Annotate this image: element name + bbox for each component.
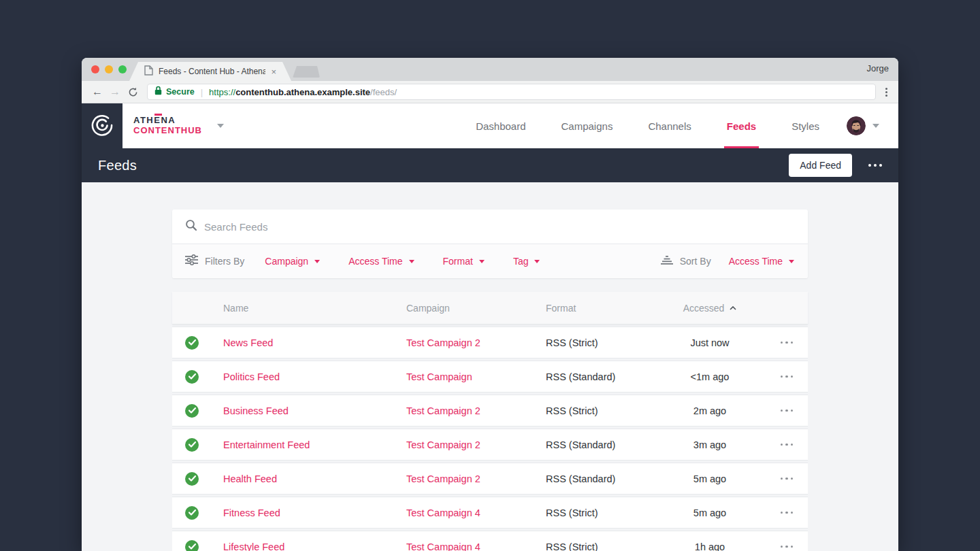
feed-name-link[interactable]: Fitness Feed [223,507,280,518]
chevron-up-icon [730,306,736,310]
status-active-check-icon [185,404,199,418]
status-active-check-icon [185,438,199,452]
feed-format: RSS (Standard) [546,371,672,382]
address-bar[interactable]: Secure | https://contenthub.athena.examp… [147,84,876,100]
row-actions-icon[interactable] [781,546,794,548]
row-actions-icon[interactable] [781,341,794,344]
row-actions-icon[interactable] [781,478,794,480]
nav-item-feeds[interactable]: Feeds [724,103,759,148]
avatar[interactable] [847,116,866,135]
column-header-format[interactable]: Format [546,303,672,314]
chevron-down-icon [479,260,485,263]
campaign-link[interactable]: Test Campaign 4 [406,507,480,518]
table-row: Health Feed Test Campaign 2 RSS (Standar… [172,463,808,495]
forward-icon: → [106,86,124,98]
row-actions-icon[interactable] [781,444,794,446]
browser-tab[interactable]: Feeds - Content Hub - Athena × [129,62,291,81]
back-icon[interactable]: ← [88,86,106,98]
spiral-c-icon [88,112,116,139]
filter-dropdown-campaign[interactable]: Campaign [265,256,320,267]
column-header-accessed[interactable]: Accessed [672,303,747,314]
filter-dropdown-access-time[interactable]: Access Time [348,256,414,267]
table-row: Business Feed Test Campaign 2 RSS (Stric… [172,395,808,427]
url-separator: | [201,87,203,97]
zoom-window-button[interactable] [118,65,127,73]
page-more-actions-icon[interactable] [868,164,882,167]
search-icon [185,219,197,234]
status-active-check-icon [185,506,199,520]
browser-menu-icon[interactable] [881,88,892,97]
search-filter-card: Filters By Campaign Access Time Format T… [172,210,808,278]
new-tab-button[interactable] [293,66,320,78]
feed-accessed-time: 2m ago [672,405,747,416]
feed-name-link[interactable]: Health Feed [223,473,277,484]
filter-row: Filters By Campaign Access Time Format T… [172,244,808,278]
campaign-link[interactable]: Test Campaign [406,371,472,382]
url-path: /feeds/ [370,87,397,97]
feed-accessed-time: <1m ago [672,371,747,382]
lock-icon [154,86,162,98]
sort-dropdown[interactable]: Access Time [729,256,794,267]
row-actions-icon[interactable] [781,512,794,514]
tab-close-icon[interactable]: × [271,67,276,77]
user-menu[interactable] [847,103,879,148]
campaign-link[interactable]: Test Campaign 2 [406,439,480,450]
browser-tab-strip: Feeds - Content Hub - Athena × Jorge [82,58,898,81]
table-row: Entertainment Feed Test Campaign 2 RSS (… [172,429,808,461]
page-favicon-icon [144,65,153,78]
filter-dropdown-tag[interactable]: Tag [513,256,540,267]
brand-wordmark[interactable]: ATHENA CONTENTHUB [133,116,202,136]
table-row: Lifestyle Feed Test Campaign 4 RSS (Stri… [172,531,808,551]
primary-nav: Dashboard Campaigns Channels Feeds Style… [473,103,822,148]
feed-format: RSS (Standard) [546,473,672,484]
nav-item-styles[interactable]: Styles [789,103,822,148]
nav-item-dashboard[interactable]: Dashboard [473,103,528,148]
feed-name-link[interactable]: News Feed [223,337,273,348]
column-header-name[interactable]: Name [223,303,406,314]
page-header: Feeds Add Feed [82,148,898,182]
search-input[interactable] [204,221,808,233]
filter-dropdown-format[interactable]: Format [443,256,485,267]
url-scheme: https:// [209,87,235,97]
campaign-link[interactable]: Test Campaign 2 [406,337,480,348]
table-row: Politics Feed Test Campaign RSS (Standar… [172,361,808,393]
nav-item-channels[interactable]: Channels [645,103,693,148]
browser-window: Feeds - Content Hub - Athena × Jorge ← →… [82,58,898,551]
user-menu-caret-icon[interactable] [872,124,879,128]
brand-logo[interactable] [82,103,122,148]
brand-line-athena: ATHENA [133,116,202,126]
feed-name-link[interactable]: Entertainment Feed [223,439,310,450]
feed-format: RSS (Strict) [546,337,672,348]
add-feed-button[interactable]: Add Feed [789,154,852,177]
search-row [172,210,808,244]
minimize-window-button[interactable] [105,65,113,73]
sort-by-label: Sort By [680,256,711,267]
feed-accessed-time: Just now [672,337,747,348]
nav-item-campaigns[interactable]: Campaigns [559,103,616,148]
close-window-button[interactable] [91,65,99,73]
browser-toolbar: ← → Secure | https://contenthub.athena.e… [82,81,898,103]
brand-switcher-caret-icon[interactable] [217,124,224,128]
chevron-down-icon [409,260,414,263]
campaign-link[interactable]: Test Campaign 2 [406,405,480,416]
chevron-down-icon [314,260,320,263]
row-actions-icon[interactable] [781,375,794,378]
sort-group: Sort By Access Time [661,255,794,267]
campaign-link[interactable]: Test Campaign 4 [406,541,480,551]
page-content: Filters By Campaign Access Time Format T… [82,182,898,551]
status-active-check-icon [185,472,199,486]
feed-accessed-time: 5m ago [672,473,747,484]
row-actions-icon[interactable] [781,410,794,412]
feed-name-link[interactable]: Politics Feed [223,371,280,382]
url-host: contenthub.athena.example.site [235,87,370,97]
brand-line-contenthub: CONTENTHUB [133,126,202,136]
column-header-campaign[interactable]: Campaign [406,303,546,314]
feed-name-link[interactable]: Business Feed [223,405,289,416]
feed-name-link[interactable]: Lifestyle Feed [223,541,284,551]
browser-profile-name[interactable]: Jorge [866,63,889,73]
campaign-link[interactable]: Test Campaign 2 [406,473,480,484]
reload-icon[interactable] [124,87,142,97]
window-controls [91,65,127,73]
feed-accessed-time: 3m ago [672,439,747,450]
url-text: https://contenthub.athena.example.site/f… [209,87,397,97]
